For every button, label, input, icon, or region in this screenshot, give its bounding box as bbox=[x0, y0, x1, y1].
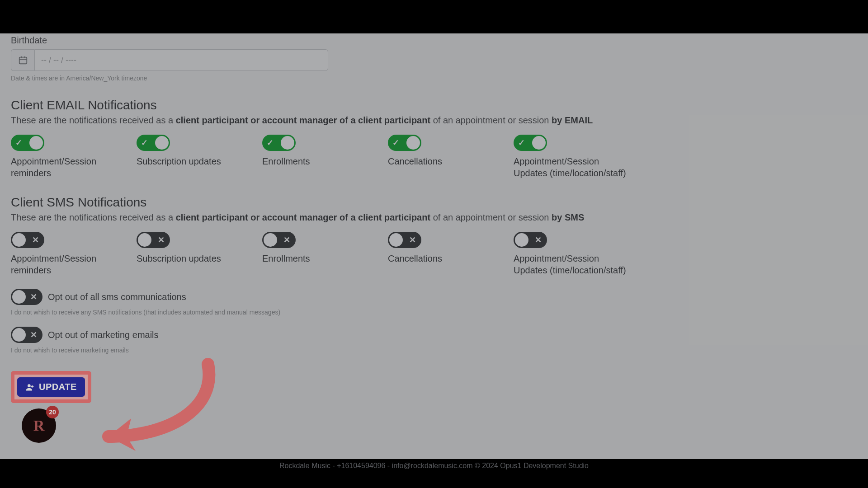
toggle-knob bbox=[12, 233, 26, 247]
calendar-icon[interactable] bbox=[11, 49, 34, 71]
desc-bold: by SMS bbox=[552, 212, 584, 222]
svg-rect-6 bbox=[31, 386, 34, 387]
toggle-label: Appointment/Session reminders bbox=[11, 253, 128, 276]
email-section-title: Client EMAIL Notifications bbox=[11, 98, 857, 113]
update-highlight-box: UPDATE bbox=[11, 371, 91, 403]
cross-icon: ✕ bbox=[283, 235, 290, 245]
footer-copyright: © 2024 Opus1 Development Studio bbox=[473, 462, 589, 469]
sms-section-desc: These are the notifications received as … bbox=[11, 212, 857, 223]
footer-sep: - bbox=[385, 462, 392, 469]
cross-icon: ✕ bbox=[409, 235, 416, 245]
toggle-knob bbox=[389, 233, 403, 247]
toggle-col: ✓Enrollments bbox=[262, 135, 388, 179]
timezone-note: Date & times are in America/New_York tim… bbox=[11, 75, 857, 82]
toggle-knob bbox=[29, 136, 43, 150]
footer-email: info@rockdalemusic.com bbox=[392, 462, 473, 469]
avatar-wrap: R 20 bbox=[22, 408, 56, 443]
desc-text: These are the notifications received as … bbox=[11, 115, 176, 125]
birthdate-field: -- / -- / ---- bbox=[11, 49, 857, 71]
toggle-col: ✕Appointment/Session Updates (time/locat… bbox=[514, 232, 639, 276]
toggle-knob bbox=[12, 290, 26, 304]
toggle-knob bbox=[281, 136, 294, 150]
settings-panel: Birthdate -- / -- / ---- Date & times ar… bbox=[0, 33, 868, 459]
cross-icon: ✕ bbox=[158, 235, 165, 245]
svg-point-4 bbox=[28, 384, 31, 387]
check-icon: ✓ bbox=[518, 138, 525, 148]
desc-bold: by EMAIL bbox=[552, 115, 593, 125]
desc-bold: client participant or account manager of… bbox=[176, 212, 430, 222]
notification-toggle[interactable]: ✕ bbox=[388, 232, 421, 248]
email-section-desc: These are the notifications received as … bbox=[11, 115, 857, 126]
check-icon: ✓ bbox=[141, 138, 148, 148]
opt-out-sms-row: ✕ Opt out of all sms communications bbox=[11, 289, 857, 305]
opt-out-marketing-label: Opt out of marketing emails bbox=[48, 330, 159, 340]
toggle-col: ✓Subscription updates bbox=[137, 135, 262, 179]
toggle-knob bbox=[12, 328, 26, 342]
toggle-label: Subscription updates bbox=[137, 155, 254, 167]
toggle-label: Subscription updates bbox=[137, 253, 254, 264]
cross-icon: ✕ bbox=[32, 235, 39, 245]
notification-toggle[interactable]: ✕ bbox=[262, 232, 296, 248]
check-icon: ✓ bbox=[392, 138, 399, 148]
annotation-arrow bbox=[81, 355, 226, 455]
toggle-label: Enrollments bbox=[262, 253, 380, 264]
svg-rect-0 bbox=[19, 57, 27, 64]
check-icon: ✓ bbox=[267, 138, 274, 148]
notification-toggle[interactable]: ✓ bbox=[262, 135, 296, 151]
notification-toggle[interactable]: ✓ bbox=[11, 135, 44, 151]
toggle-col: ✓Cancellations bbox=[388, 135, 514, 179]
sms-section-title: Client SMS Notifications bbox=[11, 195, 857, 210]
notification-toggle[interactable]: ✕ bbox=[11, 232, 44, 248]
email-toggle-row: ✓Appointment/Session reminders✓Subscript… bbox=[11, 135, 857, 179]
update-button[interactable]: UPDATE bbox=[17, 377, 85, 397]
toggle-label: Appointment/Session reminders bbox=[11, 155, 128, 179]
avatar-initial: R bbox=[33, 417, 45, 434]
toggle-label: Cancellations bbox=[388, 253, 505, 264]
notification-toggle[interactable]: ✓ bbox=[388, 135, 421, 151]
update-button-label: UPDATE bbox=[39, 382, 77, 392]
opt-out-sms-toggle[interactable]: ✕ bbox=[11, 289, 42, 305]
birthdate-placeholder: -- / -- / ---- bbox=[41, 56, 76, 65]
toggle-label: Cancellations bbox=[388, 155, 505, 167]
toggle-knob bbox=[138, 233, 151, 247]
footer-phone: +16104594096 bbox=[337, 462, 385, 469]
avatar-badge: 20 bbox=[46, 406, 59, 418]
notification-toggle[interactable]: ✓ bbox=[137, 135, 170, 151]
toggle-col: ✕Enrollments bbox=[262, 232, 388, 276]
opt-out-marketing-toggle[interactable]: ✕ bbox=[11, 327, 42, 343]
desc-text: of an appointment or session bbox=[430, 212, 552, 222]
toggle-label: Enrollments bbox=[262, 155, 380, 167]
notification-toggle[interactable]: ✕ bbox=[514, 232, 547, 248]
toggle-col: ✓Appointment/Session Updates (time/locat… bbox=[514, 135, 639, 179]
cross-icon: ✕ bbox=[535, 235, 542, 245]
toggle-knob bbox=[264, 233, 277, 247]
notification-toggle[interactable]: ✓ bbox=[514, 135, 547, 151]
opt-out-marketing-note: I do not whish to receive marketing emai… bbox=[11, 347, 857, 354]
check-icon: ✓ bbox=[15, 138, 22, 148]
toggle-label: Appointment/Session Updates (time/locati… bbox=[514, 155, 631, 179]
notification-toggle[interactable]: ✕ bbox=[137, 232, 170, 248]
desc-bold: client participant or account manager of… bbox=[176, 115, 430, 125]
person-plus-icon bbox=[25, 383, 34, 392]
desc-text: These are the notifications received as … bbox=[11, 212, 176, 222]
toggle-knob bbox=[406, 136, 420, 150]
footer-sep: - bbox=[330, 462, 337, 469]
toggle-knob bbox=[532, 136, 546, 150]
toggle-col: ✓Appointment/Session reminders bbox=[11, 135, 137, 179]
opt-out-sms-note: I do not whish to receive any SMS notifi… bbox=[11, 309, 857, 316]
toggle-col: ✕Subscription updates bbox=[137, 232, 262, 276]
cross-icon: ✕ bbox=[30, 292, 37, 302]
footer: Rockdale Music - +16104594096 - info@roc… bbox=[11, 462, 857, 470]
sms-toggle-row: ✕Appointment/Session reminders✕Subscript… bbox=[11, 232, 857, 276]
toggle-label: Appointment/Session Updates (time/locati… bbox=[514, 253, 631, 276]
toggle-col: ✕Appointment/Session reminders bbox=[11, 232, 137, 276]
cross-icon: ✕ bbox=[30, 330, 37, 340]
birthdate-input[interactable]: -- / -- / ---- bbox=[34, 49, 328, 71]
toggle-col: ✕Cancellations bbox=[388, 232, 514, 276]
desc-text: of an appointment or session bbox=[430, 115, 552, 125]
toggle-knob bbox=[515, 233, 528, 247]
footer-org: Rockdale Music bbox=[279, 462, 330, 469]
birthdate-label: Birthdate bbox=[11, 35, 857, 46]
opt-out-sms-label: Opt out of all sms communications bbox=[48, 292, 186, 302]
toggle-knob bbox=[155, 136, 169, 150]
